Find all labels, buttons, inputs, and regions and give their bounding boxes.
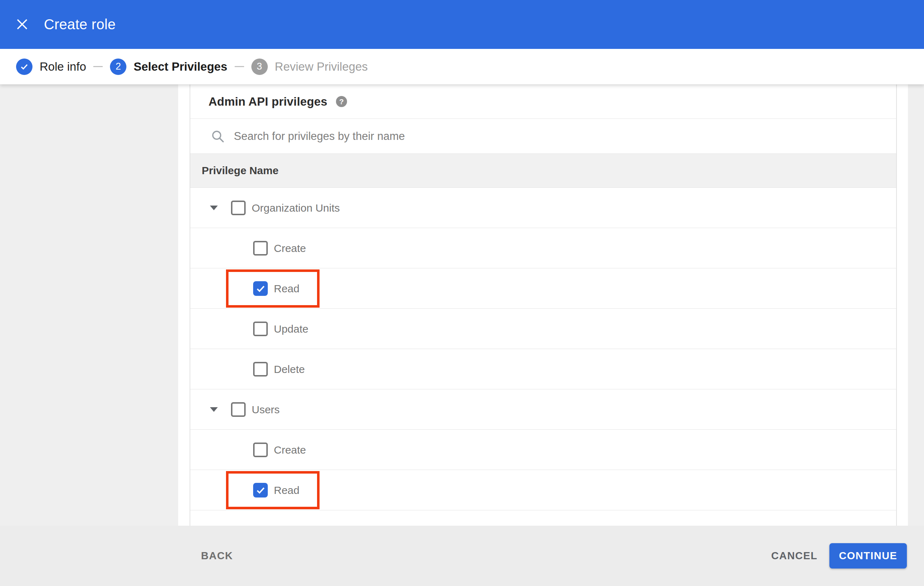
expand-collapse-button[interactable] bbox=[206, 188, 222, 228]
close-button[interactable] bbox=[13, 16, 31, 33]
step-connector bbox=[93, 66, 103, 67]
help-icon[interactable]: ? bbox=[336, 96, 347, 107]
table-row: Create bbox=[190, 430, 896, 470]
privilege-label: Users bbox=[252, 389, 280, 430]
search-input[interactable] bbox=[234, 126, 896, 147]
search-row bbox=[190, 119, 896, 154]
checkbox-users[interactable] bbox=[231, 402, 246, 417]
step-review-privileges[interactable]: 3 Review Privileges bbox=[251, 59, 368, 75]
table-row: Organization Units bbox=[190, 188, 896, 228]
panel-title-row: Admin API privileges ? bbox=[190, 85, 896, 119]
privilege-label: Read bbox=[274, 470, 300, 510]
privilege-label: Create bbox=[274, 228, 306, 268]
checkmark-icon bbox=[255, 485, 266, 496]
checkbox-checked-read[interactable] bbox=[253, 281, 268, 296]
search-icon bbox=[211, 130, 224, 143]
step-role-info[interactable]: Role info bbox=[16, 59, 86, 75]
step-2-label: Select Privileges bbox=[134, 60, 227, 74]
continue-button[interactable]: CONTINUE bbox=[829, 543, 907, 568]
dialog-title: Create role bbox=[44, 0, 116, 49]
red-annotation-box bbox=[226, 270, 320, 308]
checkbox-update[interactable] bbox=[253, 321, 268, 336]
privilege-label: Create bbox=[274, 430, 306, 470]
checkmark-icon bbox=[20, 62, 29, 71]
table-row: Create bbox=[190, 228, 896, 268]
step-2-circle: 2 bbox=[110, 59, 126, 75]
table-row: Update bbox=[190, 309, 896, 349]
footer-bar: BACK CANCEL CONTINUE bbox=[0, 526, 924, 586]
triangle-down-icon bbox=[210, 206, 218, 210]
checkbox-organization-units[interactable] bbox=[231, 201, 246, 215]
table-row-partial bbox=[190, 510, 896, 522]
privilege-label: Organization Units bbox=[252, 188, 340, 228]
privileges-table: Organization UnitsCreateReadUpdateDelete… bbox=[190, 188, 896, 510]
table-header-row: Privilege Name bbox=[190, 154, 896, 188]
privilege-label: Read bbox=[274, 268, 300, 309]
step-select-privileges[interactable]: 2 Select Privileges bbox=[110, 59, 227, 75]
expand-collapse-button[interactable] bbox=[206, 389, 222, 430]
step-1-label: Role info bbox=[40, 60, 86, 74]
checkbox-create[interactable] bbox=[253, 241, 268, 255]
table-row: Read bbox=[190, 268, 896, 309]
stepper: Role info 2 Select Privileges 3 Review P… bbox=[0, 49, 924, 85]
step-3-label: Review Privileges bbox=[275, 60, 368, 74]
checkmark-icon bbox=[255, 283, 266, 294]
panel-title: Admin API privileges bbox=[208, 95, 327, 109]
cancel-button[interactable]: CANCEL bbox=[771, 526, 818, 586]
table-row: Read bbox=[190, 470, 896, 510]
table-row: Users bbox=[190, 389, 896, 430]
step-1-circle bbox=[16, 59, 33, 75]
step-3-circle: 3 bbox=[251, 59, 268, 75]
privilege-name-column-header: Privilege Name bbox=[202, 165, 279, 177]
red-annotation-box bbox=[226, 471, 320, 509]
privilege-label: Delete bbox=[274, 349, 305, 389]
step-connector bbox=[234, 66, 244, 67]
checkbox-delete[interactable] bbox=[253, 362, 268, 377]
checkbox-checked-read[interactable] bbox=[253, 483, 268, 497]
appbar: Create role bbox=[0, 0, 924, 49]
checkbox-create[interactable] bbox=[253, 443, 268, 457]
triangle-down-icon bbox=[210, 407, 218, 412]
privilege-label: Update bbox=[274, 309, 309, 349]
privileges-panel: Admin API privileges ? Privilege Name Or… bbox=[190, 85, 897, 526]
close-icon bbox=[16, 18, 28, 31]
table-row: Delete bbox=[190, 349, 896, 389]
back-button[interactable]: BACK bbox=[201, 526, 233, 586]
